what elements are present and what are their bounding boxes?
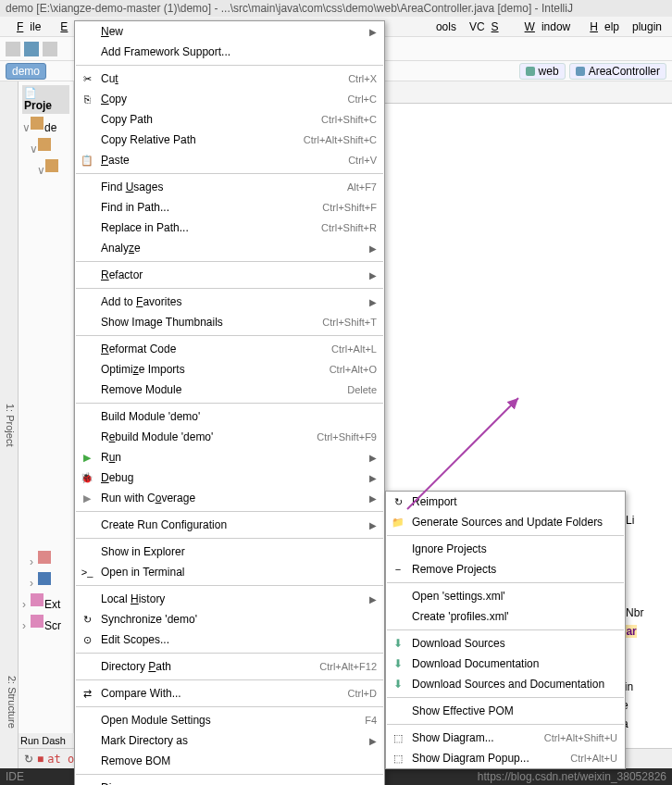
tree-node[interactable]: › bbox=[22, 548, 69, 569]
menu-vcs[interactable]: VCS bbox=[463, 19, 512, 35]
tree-node[interactable]: › bbox=[22, 569, 69, 591]
toolbar-icon[interactable] bbox=[24, 42, 39, 56]
menu-item-label: Ignore Projects bbox=[412, 542, 617, 555]
breadcrumb-root[interactable]: demo bbox=[6, 63, 46, 80]
menu-help[interactable]: Help bbox=[577, 19, 626, 35]
menu-item-show-image-thumbnails[interactable]: Show Image ThumbnailsCtrl+Shift+T bbox=[75, 312, 384, 332]
separator bbox=[76, 511, 383, 512]
separator bbox=[76, 403, 383, 404]
menu-item-debug[interactable]: 🐞Debug▶ bbox=[75, 467, 384, 488]
blank-icon bbox=[79, 294, 95, 309]
menu-item-diagrams[interactable]: ⬚Diagrams▶ bbox=[75, 778, 384, 785]
menu-item-run-with-coverage[interactable]: ▶Run with Coverage▶ bbox=[75, 488, 384, 508]
menu-item-label: Remove Module bbox=[101, 383, 347, 396]
folder-icon bbox=[38, 138, 51, 151]
separator bbox=[387, 582, 624, 583]
menu-item-rebuild-module-demo[interactable]: Rebuild Module 'demo'Ctrl+Shift+F9 bbox=[75, 427, 384, 447]
menu-item-paste[interactable]: 📋PasteCtrl+V bbox=[75, 150, 384, 170]
menu-item-label: Add Framework Support... bbox=[101, 45, 377, 58]
menu-file[interactable]: File bbox=[4, 19, 47, 35]
⬇-icon: ⬇ bbox=[390, 677, 406, 692]
menu-item-remove-module[interactable]: Remove ModuleDelete bbox=[75, 380, 384, 400]
menu-item-optimize-imports[interactable]: Optimize ImportsCtrl+Alt+O bbox=[75, 359, 384, 380]
menu-item-refactor[interactable]: Refactor▶ bbox=[75, 265, 384, 285]
menu-plugin[interactable]: plugin bbox=[626, 19, 668, 35]
menu-item-show-effective-pom[interactable]: Show Effective POM bbox=[386, 701, 625, 721]
refresh-icon[interactable]: ↻ bbox=[24, 753, 33, 766]
title-bar: demo [E:\xiangze-demo-master (1)\demo] -… bbox=[0, 0, 672, 17]
menu-item-find-usages[interactable]: Find UsagesAlt+F7 bbox=[75, 177, 384, 197]
menu-item-run[interactable]: ▶Run▶ bbox=[75, 447, 384, 467]
menu-item-ignore-projects[interactable]: Ignore Projects bbox=[386, 539, 625, 559]
menu-item-label: Show Effective POM bbox=[412, 704, 617, 717]
separator bbox=[387, 697, 624, 698]
−-icon: − bbox=[390, 562, 406, 577]
menu-item-add-to-favorites[interactable]: Add to Favorites▶ bbox=[75, 292, 384, 312]
menu-item-cut[interactable]: ✂CutCtrl+X bbox=[75, 69, 384, 89]
tree-node[interactable]: ∨ bbox=[22, 135, 69, 156]
menu-item-download-sources-and-documentation[interactable]: ⬇Download Sources and Documentation bbox=[386, 674, 625, 694]
maven-submenu: ↻Reimport📁Generate Sources and Update Fo… bbox=[385, 491, 626, 769]
menu-item-remove-projects[interactable]: −Remove Projects bbox=[386, 559, 625, 579]
menu-item-create-run-configuration[interactable]: Create Run Configuration▶ bbox=[75, 515, 384, 535]
shortcut: Ctrl+Alt+O bbox=[330, 364, 377, 375]
menu-item-add-framework-support[interactable]: Add Framework Support... bbox=[75, 42, 384, 62]
menu-item-download-documentation[interactable]: ⬇Download Documentation bbox=[386, 654, 625, 674]
toolbar-icon[interactable] bbox=[6, 42, 20, 56]
toolbar-icon[interactable] bbox=[43, 42, 57, 56]
shortcut: Ctrl+Shift+F bbox=[322, 202, 377, 213]
submenu-arrow-icon: ▶ bbox=[369, 520, 377, 530]
menu-item-create-profiles-xml[interactable]: Create 'profiles.xml' bbox=[386, 606, 625, 627]
menu-item-copy[interactable]: ⎘CopyCtrl+C bbox=[75, 89, 384, 109]
separator bbox=[76, 585, 383, 586]
tree-ext[interactable]: ›Ext bbox=[22, 591, 69, 612]
tree-scr[interactable]: ›Scr bbox=[22, 612, 69, 633]
menu-item-generate-sources-and-update-folders[interactable]: 📁Generate Sources and Update Folders bbox=[386, 512, 625, 532]
menu-item-copy-path[interactable]: Copy PathCtrl+Shift+C bbox=[75, 109, 384, 130]
menu-item-local-history[interactable]: Local History▶ bbox=[75, 589, 384, 609]
menu-item-show-in-explorer[interactable]: Show in Explorer bbox=[75, 542, 384, 562]
menu-window[interactable]: Window bbox=[512, 19, 578, 35]
menu-item-label: Find in Path... bbox=[101, 201, 322, 214]
📁-icon: 📁 bbox=[390, 515, 406, 530]
menu-item-find-in-path[interactable]: Find in Path...Ctrl+Shift+F bbox=[75, 197, 384, 218]
menu-item-analyze[interactable]: Analyze▶ bbox=[75, 238, 384, 258]
🐞-icon: 🐞 bbox=[79, 470, 95, 485]
menu-ools[interactable]: ools bbox=[429, 19, 463, 35]
menu-item-mark-directory-as[interactable]: Mark Directory as▶ bbox=[75, 730, 384, 751]
menu-item-replace-in-path[interactable]: Replace in Path...Ctrl+Shift+R bbox=[75, 218, 384, 238]
menu-item-open-module-settings[interactable]: Open Module SettingsF4 bbox=[75, 710, 384, 730]
blank-icon bbox=[79, 180, 95, 194]
shortcut: Ctrl+D bbox=[348, 688, 377, 699]
menu-item-label: Create Run Configuration bbox=[101, 518, 366, 531]
run-dashboard[interactable]: Run Dash bbox=[19, 733, 74, 748]
menu-item-download-sources[interactable]: ⬇Download Sources bbox=[386, 633, 625, 654]
menu-item-remove-bom[interactable]: Remove BOM bbox=[75, 751, 384, 771]
menu-item-new[interactable]: New▶ bbox=[75, 21, 384, 42]
menu-item-directory-path[interactable]: Directory PathCtrl+Alt+F12 bbox=[75, 656, 384, 677]
menu-item-label: Local History bbox=[101, 592, 366, 605]
menu-item-reimport[interactable]: ↻Reimport bbox=[386, 492, 625, 512]
menu-item-reformat-code[interactable]: Reformat CodeCtrl+Alt+L bbox=[75, 339, 384, 359]
menu-item-edit-scopes[interactable]: ⊙Edit Scopes... bbox=[75, 629, 384, 650]
menu-item-show-diagram[interactable]: ⬚Show Diagram...Ctrl+Alt+Shift+U bbox=[386, 728, 625, 748]
shortcut: Ctrl+Alt+F12 bbox=[319, 661, 377, 672]
tree-node[interactable]: ∨ bbox=[22, 156, 69, 178]
blank-icon bbox=[79, 220, 95, 235]
submenu-arrow-icon: ▶ bbox=[369, 594, 377, 604]
menu-item-synchronize-demo[interactable]: ↻Synchronize 'demo' bbox=[75, 609, 384, 629]
menu-item-label: Remove Projects bbox=[412, 563, 617, 576]
tree-root[interactable]: ∨de bbox=[22, 114, 69, 135]
menu-item-build-module-demo[interactable]: Build Module 'demo' bbox=[75, 406, 384, 427]
sidebar-structure-tool[interactable]: 2: Structure bbox=[0, 655, 19, 748]
menu-item-copy-relative-path[interactable]: Copy Relative PathCtrl+Alt+Shift+C bbox=[75, 130, 384, 150]
submenu-arrow-icon: ▶ bbox=[369, 736, 377, 746]
menu-item-open-settings-xml[interactable]: Open 'settings.xml' bbox=[386, 586, 625, 606]
menu-item-open-in-terminal[interactable]: >_Open in Terminal bbox=[75, 562, 384, 582]
menu-item-compare-with[interactable]: ⇄Compare With...Ctrl+D bbox=[75, 683, 384, 704]
breadcrumb-web[interactable]: web bbox=[519, 63, 566, 80]
submenu-arrow-icon: ▶ bbox=[369, 493, 377, 504]
stop-icon[interactable]: ■ bbox=[37, 753, 44, 766]
menu-item-show-diagram-popup[interactable]: ⬚Show Diagram Popup...Ctrl+Alt+U bbox=[386, 748, 625, 768]
breadcrumb-class[interactable]: AreaController bbox=[569, 63, 666, 80]
